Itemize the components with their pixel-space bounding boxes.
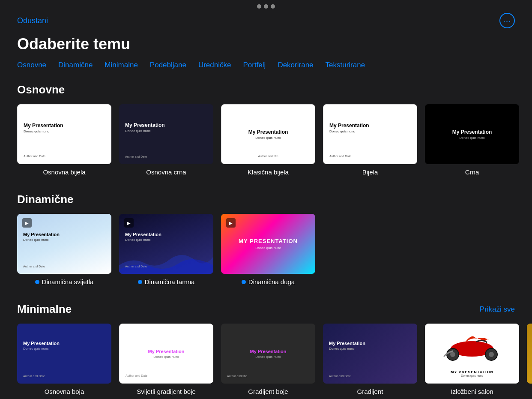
section-header-dinamicne: Dinamične	[17, 193, 515, 206]
template-card-dinamicna-svijetla[interactable]: My Presentation Donec quis nunc Author a…	[17, 214, 111, 285]
label-izlozeni-salon: Izložbeni salon	[451, 388, 493, 395]
cancel-button[interactable]: Odustani	[17, 16, 48, 25]
label-osnovna-bijela: Osnovna bijela	[43, 168, 85, 176]
template-card-dinamicna-tamna[interactable]: My Presentation Donec quis nunc Author a…	[119, 214, 213, 285]
top-dots	[257, 4, 275, 9]
label-gradijent-boje: Gradijent boje	[248, 388, 288, 395]
template-card-partial[interactable]	[527, 324, 532, 395]
label-bijela: Bijela	[362, 168, 378, 176]
thumb-partial	[527, 324, 532, 384]
label-gradijent: Gradijent	[357, 388, 383, 395]
thumb-gradijent-boje: My Presentation Donec quis nunc Author a…	[221, 324, 315, 384]
dot-2	[264, 4, 268, 9]
section-title-osnovne: Osnovne	[17, 83, 65, 96]
dot-3	[271, 4, 275, 9]
label-svijetli-gradijent: Svijetli gradijent boje	[137, 388, 196, 395]
template-grid-osnovne: My Presentation Donec quis nunc Author a…	[17, 104, 515, 176]
section-header-osnovne: Osnovne	[17, 83, 515, 96]
thumb-crna: My Presentation Donec quis nunc	[425, 104, 519, 164]
dot-tamna	[138, 280, 142, 284]
play-icon-svijetla	[22, 218, 32, 228]
tab-dekorirane[interactable]: Dekorirane	[278, 61, 313, 69]
label-dinamicna-svijetla: Dinamična svijetla	[35, 278, 94, 285]
tab-podebljane[interactable]: Podebljane	[150, 61, 186, 69]
more-button[interactable]: ···	[499, 13, 515, 28]
template-card-gradijent-boje[interactable]: My Presentation Donec quis nunc Author a…	[221, 324, 315, 395]
thumb-klasicna-bijela: My Presentation Donec quis nunc Author a…	[221, 104, 315, 164]
template-grid-minimalne: My Presentation Donec quis nunc Author a…	[17, 324, 515, 395]
show-all-button[interactable]: Prikaži sve	[480, 305, 515, 314]
tab-teksturirane[interactable]: Teksturirane	[326, 61, 365, 69]
thumb-dinamicna-tamna: My Presentation Donec quis nunc Author a…	[119, 214, 213, 274]
thumb-bijela: My Presentation Donec quis nunc Author a…	[323, 104, 417, 164]
thumb-gradijent: My Presentation Donec quis nunc Author a…	[323, 324, 417, 384]
section-title-dinamicne: Dinamične	[17, 193, 74, 206]
svg-point-4	[489, 352, 494, 357]
thumb-dinamicna-duga: MY PRESENTATION Donec quis nunc	[221, 214, 315, 274]
tab-osnovne[interactable]: Osnovne	[17, 61, 46, 69]
motorcycle-icon	[438, 330, 506, 362]
tab-dinamicne[interactable]: Dinamične	[58, 61, 93, 69]
template-grid-dinamicne: My Presentation Donec quis nunc Author a…	[17, 214, 515, 285]
label-osnovna-boja: Osnovna boja	[45, 388, 84, 395]
label-dinamicna-duga: Dinamična duga	[242, 278, 295, 285]
tab-urednicke[interactable]: Uredničke	[198, 61, 231, 69]
tab-portfelj[interactable]: Portfelj	[243, 61, 266, 69]
thumb-izlozeni-salon: MY PRESENTATION Donec quis nunc	[425, 324, 519, 384]
template-card-dinamicna-duga[interactable]: MY PRESENTATION Donec quis nunc Dinamičn…	[221, 214, 315, 285]
play-icon-tamna	[124, 218, 134, 228]
template-card-klasicna-bijela[interactable]: My Presentation Donec quis nunc Author a…	[221, 104, 315, 176]
dot-1	[257, 4, 261, 9]
template-card-osnovna-boja[interactable]: My Presentation Donec quis nunc Author a…	[17, 324, 111, 395]
tab-bar: Osnovne Dinamične Minimalne Podebljane U…	[0, 61, 532, 69]
thumb-osnovna-crna: My Presentation Donec quis nunc Author a…	[119, 104, 213, 164]
svg-point-3	[450, 352, 455, 357]
template-card-izlozeni-salon[interactable]: MY PRESENTATION Donec quis nunc Izložben…	[425, 324, 519, 395]
label-dinamicna-tamna: Dinamična tamna	[138, 278, 195, 285]
template-card-gradijent[interactable]: My Presentation Donec quis nunc Author a…	[323, 324, 417, 395]
header-row: Odustani ···	[0, 13, 532, 28]
thumb-svijetli-gradijent: My Presentation Donec quis nunc Author a…	[119, 324, 213, 384]
section-minimalne: Minimalne Prikaži sve My Presentation Do…	[0, 303, 532, 395]
dot-duga	[242, 280, 246, 284]
section-title-minimalne: Minimalne	[17, 303, 72, 316]
play-icon-duga	[226, 218, 236, 228]
label-crna: Crna	[465, 168, 479, 176]
page-title: Odaberite temu	[0, 35, 532, 53]
template-card-osnovna-bijela[interactable]: My Presentation Donec quis nunc Author a…	[17, 104, 111, 176]
template-card-bijela[interactable]: My Presentation Donec quis nunc Author a…	[323, 104, 417, 176]
thumb-dinamicna-svijetla: My Presentation Donec quis nunc Author a…	[17, 214, 111, 274]
section-dinamicne: Dinamične My Presentation Donec quis nun…	[0, 193, 532, 285]
section-osnovne: Osnovne My Presentation Donec quis nunc …	[0, 83, 532, 176]
mountain-wave	[119, 248, 213, 274]
label-klasicna-bijela: Klasična bijela	[248, 168, 289, 176]
thumb-osnovna-bijela: My Presentation Donec quis nunc Author a…	[17, 104, 111, 164]
thumb-osnovna-boja: My Presentation Donec quis nunc Author a…	[17, 324, 111, 384]
label-osnovna-crna: Osnovna crna	[146, 168, 186, 176]
template-card-osnovna-crna[interactable]: My Presentation Donec quis nunc Author a…	[119, 104, 213, 176]
tab-minimalne[interactable]: Minimalne	[105, 61, 137, 69]
top-bar	[0, 0, 532, 13]
section-header-minimalne: Minimalne Prikaži sve	[17, 303, 515, 316]
template-card-svijetli-gradijent[interactable]: My Presentation Donec quis nunc Author a…	[119, 324, 213, 395]
dot-svijetla	[35, 280, 39, 284]
template-card-crna[interactable]: My Presentation Donec quis nunc Crna	[425, 104, 519, 176]
